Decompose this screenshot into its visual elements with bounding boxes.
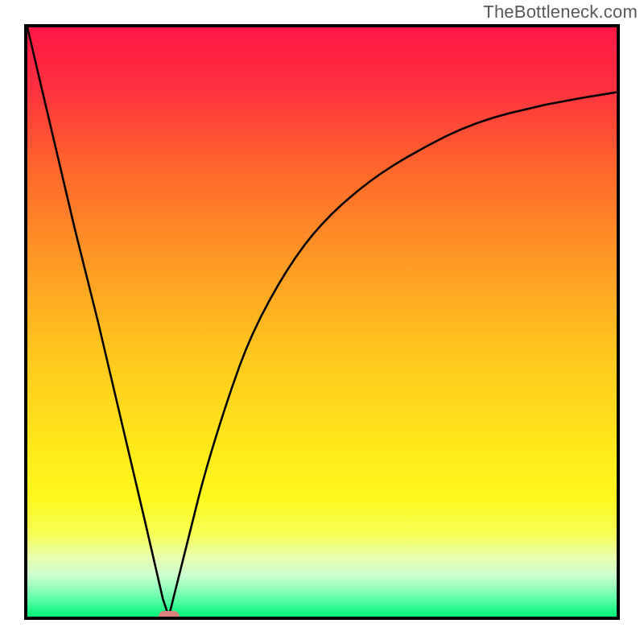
curve-left-branch bbox=[27, 27, 169, 617]
plot-area bbox=[24, 24, 620, 620]
bottleneck-curve bbox=[27, 27, 617, 617]
watermark-text: TheBottleneck.com bbox=[483, 2, 638, 23]
curve-right-branch bbox=[169, 93, 617, 617]
optimum-marker bbox=[159, 611, 180, 620]
bottleneck-chart: TheBottleneck.com bbox=[0, 0, 644, 644]
